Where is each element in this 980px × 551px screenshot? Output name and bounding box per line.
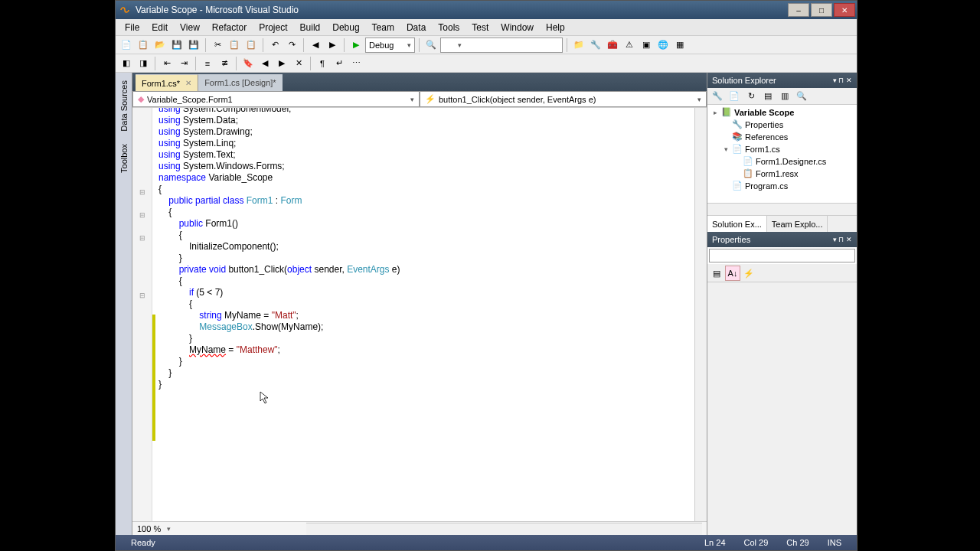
menu-edit[interactable]: Edit <box>145 21 174 34</box>
menu-view[interactable]: View <box>174 21 206 34</box>
save-button[interactable]: 💾 <box>169 37 185 53</box>
events-icon[interactable]: ⚡ <box>741 266 756 281</box>
menu-data[interactable]: Data <box>400 21 432 34</box>
tree-node[interactable]: 📋Form1.resx <box>709 168 855 180</box>
solution-tree[interactable]: ▸📗Variable Scope🔧Properties📚References▾📄… <box>707 105 857 203</box>
separator <box>344 38 345 52</box>
start-page-button[interactable]: 🌐 <box>655 37 671 53</box>
open-button[interactable]: 📂 <box>152 37 168 53</box>
ws-button[interactable]: ¶ <box>315 56 330 71</box>
extension-button[interactable]: ▦ <box>672 37 688 53</box>
error-list-button[interactable]: ⚠ <box>622 37 637 53</box>
properties-title: Properties▾ ⊓ ✕ <box>707 232 857 247</box>
categorized-icon[interactable]: ▤ <box>709 266 724 281</box>
view-designer-icon[interactable]: ▥ <box>777 89 792 104</box>
start-button[interactable]: ▶ <box>348 37 364 53</box>
wrap-button[interactable]: ↵ <box>332 56 347 71</box>
refresh-icon[interactable]: ↻ <box>743 89 759 104</box>
menu-tools[interactable]: Tools <box>432 21 466 34</box>
status-ready: Ready <box>122 538 165 547</box>
horizontal-scrollbar[interactable] <box>306 523 702 535</box>
separator <box>310 57 311 70</box>
toolbox-button[interactable]: 🧰 <box>605 37 620 53</box>
menu-team[interactable]: Team <box>366 21 400 34</box>
complete-button[interactable]: ⋯ <box>348 56 364 71</box>
tree-node[interactable]: 📄Program.cs <box>709 180 855 192</box>
properties-button[interactable]: 🔧 <box>588 37 603 53</box>
indent-less-button[interactable]: ⇤ <box>159 56 175 71</box>
menu-project[interactable]: Project <box>253 21 293 34</box>
uncomment-button[interactable]: ≢ <box>217 56 232 71</box>
class-combo[interactable]: ◆Variable_Scope.Form1 <box>132 91 420 107</box>
copy-button[interactable]: 📋 <box>227 37 242 53</box>
fold-gutter[interactable]: ⊟⊟⊟⊟ <box>132 108 152 521</box>
properties-object-dropdown[interactable] <box>709 249 855 262</box>
menu-debug[interactable]: Debug <box>326 21 365 34</box>
tree-node[interactable]: 📚References <box>709 131 855 143</box>
zoom-dropdown-icon[interactable]: ▾ <box>167 525 171 533</box>
data-sources-tab[interactable]: Data Sources <box>118 77 130 135</box>
vertical-scrollbar[interactable] <box>694 108 707 521</box>
find-button[interactable]: 🔍 <box>423 37 439 53</box>
command-window-button[interactable]: ▣ <box>639 37 654 53</box>
panel-tab[interactable]: Solution Ex... <box>707 216 767 232</box>
toolbar-text: ◧ ◨ ⇤ ⇥ ≡ ≢ 🔖 ◀ ▶ ✕ ¶ ↵ ⋯ <box>116 54 857 73</box>
undo-button[interactable]: ↶ <box>267 37 283 53</box>
navigate-fwd-button[interactable]: ▶ <box>325 37 340 53</box>
save-all-button[interactable]: 💾 <box>186 37 201 53</box>
editor-pane: Form1.cs*✕Form1.cs [Design]* ◆Variable_S… <box>132 73 707 535</box>
separator <box>195 57 196 70</box>
nav-combos: ◆Variable_Scope.Form1 ⚡button1_Click(obj… <box>132 91 707 108</box>
close-button[interactable]: ✕ <box>834 3 855 17</box>
tree-hscroll[interactable] <box>707 203 857 215</box>
minimize-button[interactable]: – <box>788 3 809 17</box>
bookmark-button[interactable]: 🔖 <box>240 56 256 71</box>
maximize-button[interactable]: □ <box>811 3 832 17</box>
solution-explorer-button[interactable]: 📁 <box>571 37 586 53</box>
show-all-icon[interactable]: 📄 <box>727 89 742 104</box>
tree-node[interactable]: ▸📗Variable Scope <box>709 106 855 119</box>
document-tab[interactable]: Form1.cs*✕ <box>136 74 198 91</box>
toolbox-tab[interactable]: Toolbox <box>118 141 130 176</box>
menu-refactor[interactable]: Refactor <box>206 21 253 34</box>
class-view-button[interactable]: ◨ <box>136 56 151 71</box>
titlebar[interactable]: Variable Scope - Microsoft Visual Studio… <box>116 1 857 19</box>
bookmark-clear-button[interactable]: ✕ <box>291 56 306 71</box>
redo-button[interactable]: ↷ <box>284 37 299 53</box>
new-project-button[interactable]: 📄 <box>119 37 134 53</box>
indent-more-button[interactable]: ⇥ <box>176 56 191 71</box>
config-dropdown[interactable]: Debug <box>365 37 415 53</box>
zoom-level[interactable]: 100 % <box>137 524 161 533</box>
navigate-back-button[interactable]: ◀ <box>308 37 323 53</box>
menu-test[interactable]: Test <box>466 21 495 34</box>
separator <box>155 57 155 70</box>
code-area[interactable]: using System.ComponentModel;using System… <box>155 108 694 521</box>
panel-tab[interactable]: Team Explo... <box>767 216 828 232</box>
menu-help[interactable]: Help <box>540 21 571 34</box>
menu-window[interactable]: Window <box>495 21 540 34</box>
status-ins: INS <box>818 538 851 547</box>
view-code-icon[interactable]: ▤ <box>760 89 776 104</box>
properties-icon[interactable]: 🔧 <box>710 89 725 104</box>
menu-build[interactable]: Build <box>294 21 327 34</box>
bookmark-prev-button[interactable]: ◀ <box>257 56 273 71</box>
object-browser-button[interactable]: ◧ <box>119 56 134 71</box>
alpha-sort-icon[interactable]: A↓ <box>725 266 740 281</box>
add-item-button[interactable]: 📋 <box>136 37 151 53</box>
bookmark-next-button[interactable]: ▶ <box>274 56 289 71</box>
paste-button[interactable]: 📋 <box>243 37 259 53</box>
tree-node[interactable]: 🔧Properties <box>709 119 855 131</box>
cut-button[interactable]: ✂ <box>210 37 225 53</box>
document-tab[interactable]: Form1.cs [Design]* <box>198 74 283 91</box>
member-combo[interactable]: ⚡button1_Click(object sender, EventArgs … <box>420 91 707 107</box>
editor-status: 100 % ▾ <box>132 521 707 535</box>
comment-button[interactable]: ≡ <box>200 56 215 71</box>
properties-grid[interactable] <box>707 282 857 535</box>
view-class-icon[interactable]: 🔍 <box>794 89 809 104</box>
find-dropdown[interactable] <box>440 37 563 53</box>
code-editor[interactable]: ⊟⊟⊟⊟ using System.ComponentModel;using S… <box>132 108 707 521</box>
menu-file[interactable]: File <box>119 21 145 34</box>
tree-node[interactable]: ▾📄Form1.cs <box>709 143 855 155</box>
tree-node[interactable]: 📄Form1.Designer.cs <box>709 155 855 168</box>
solution-explorer-title: Solution Explorer▾ ⊓ ✕ <box>707 73 857 88</box>
